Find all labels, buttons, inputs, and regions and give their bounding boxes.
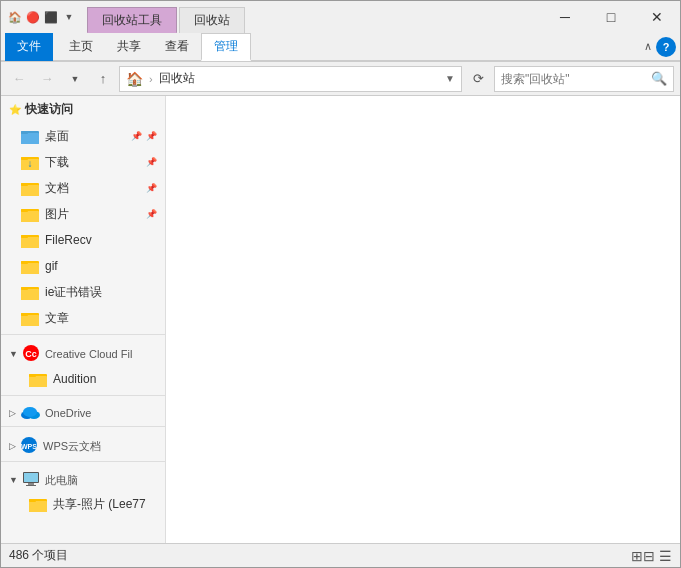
divider1 — [1, 334, 165, 335]
quick-access-header[interactable]: ⭐ 快速访问 — [1, 96, 165, 123]
back-button[interactable]: ← — [7, 67, 31, 91]
svg-rect-2 — [21, 131, 28, 134]
refresh-button[interactable]: ⟳ — [466, 67, 490, 91]
folder-yellow-icon4 — [21, 309, 39, 327]
search-input[interactable] — [501, 72, 647, 86]
tab-recycle-tools[interactable]: 回收站工具 — [87, 7, 177, 33]
svg-rect-14 — [21, 237, 39, 248]
sidebar-label: gif — [45, 259, 58, 273]
quick-access-chevron-icon: ⭐ — [9, 104, 21, 115]
recent-button[interactable]: ▼ — [63, 67, 87, 91]
sidebar-item-filerecv[interactable]: FileRecv — [1, 227, 165, 253]
folder-blue-icon — [21, 127, 39, 145]
share-folder-icon — [29, 495, 47, 513]
sidebar-item-articles[interactable]: 文章 — [1, 305, 165, 331]
svg-rect-37 — [28, 483, 34, 485]
forward-button[interactable]: → — [35, 67, 59, 91]
sidebar-label: 桌面 — [45, 128, 69, 145]
address-field[interactable]: 🏠 › 回收站 ▼ — [119, 66, 462, 92]
ribbon-tab-home[interactable]: 主页 — [57, 33, 105, 61]
ribbon-tab-view[interactable]: 查看 — [153, 33, 201, 61]
sidebar-label: FileRecv — [45, 233, 92, 247]
folder-yellow-icon2 — [21, 257, 39, 275]
sidebar-item-images[interactable]: 图片 📌 — [1, 201, 165, 227]
sidebar-item-gif[interactable]: gif — [1, 253, 165, 279]
sidebar: ⭐ 快速访问 桌面 📌 — [1, 96, 166, 543]
svg-rect-9 — [21, 183, 28, 186]
svg-rect-40 — [29, 501, 47, 512]
sidebar-group-pc[interactable]: ▼ 此电脑 — [1, 465, 165, 491]
search-icon[interactable]: 🔍 — [651, 71, 667, 86]
svg-rect-1 — [21, 133, 39, 144]
folder-yellow-icon — [21, 231, 39, 249]
svg-rect-17 — [21, 263, 39, 274]
sidebar-label: 图片 — [45, 206, 69, 223]
sidebar-item-ie[interactable]: ie证书错误 — [1, 279, 165, 305]
svg-point-32 — [23, 407, 37, 417]
wps-expand-icon: ▷ — [9, 441, 16, 451]
grid-view-button[interactable]: ⊞⊟ — [631, 548, 655, 564]
status-bar: 486 个项目 ⊞⊟ ☰ — [1, 543, 680, 567]
list-view-button[interactable]: ☰ — [659, 548, 672, 564]
close-button[interactable]: ✕ — [634, 1, 680, 33]
file-area[interactable] — [166, 96, 680, 543]
svg-text:↓: ↓ — [28, 158, 33, 169]
help-icon[interactable]: ? — [656, 37, 676, 57]
sidebar-item-shared-photos[interactable]: 共享-照片 (Lee77 — [1, 491, 165, 517]
svg-rect-28 — [29, 376, 47, 387]
dropdown-icon[interactable]: ▼ — [61, 9, 77, 25]
docs-icon — [21, 179, 39, 197]
ribbon-tab-manage[interactable]: 管理 — [201, 33, 251, 61]
onedrive-label: OneDrive — [45, 407, 91, 419]
up-button[interactable]: ↑ — [91, 67, 115, 91]
svg-text:WPS: WPS — [21, 443, 37, 450]
shared-photos-label: 共享-照片 (Lee77 — [53, 496, 146, 513]
svg-rect-18 — [21, 261, 28, 264]
onedrive-expand-icon: ▷ — [9, 408, 16, 418]
title-bar: 🏠 🔴 ⬛ ▼ 回收站工具 回收站 ─ □ ✕ — [1, 1, 680, 33]
sidebar-group-cc[interactable]: ▼ Cc Creative Cloud Fil — [1, 338, 165, 366]
ribbon-chevron-icon[interactable]: ∧ — [644, 40, 652, 53]
cc-expand-icon: ▼ — [9, 349, 18, 359]
minimize-button[interactable]: ─ — [542, 1, 588, 33]
svg-rect-15 — [21, 235, 28, 238]
sidebar-item-desktop[interactable]: 桌面 📌 — [1, 123, 165, 149]
sidebar-item-download[interactable]: ↓ 下载 📌 — [1, 149, 165, 175]
sidebar-group-onedrive[interactable]: ▷ OneDrive — [1, 399, 165, 423]
tab-recycle[interactable]: 回收站 — [179, 7, 245, 33]
svg-rect-21 — [21, 287, 28, 290]
ribbon-tab-share[interactable]: 共享 — [105, 33, 153, 61]
pc-expand-icon: ▼ — [9, 475, 18, 485]
sidebar-label: ie证书错误 — [45, 284, 102, 301]
svg-rect-23 — [21, 315, 39, 326]
sidebar-label: 文章 — [45, 310, 69, 327]
address-separator: › — [149, 73, 153, 85]
svg-rect-38 — [26, 485, 36, 486]
sidebar-item-docs[interactable]: 文档 📌 — [1, 175, 165, 201]
svg-rect-8 — [21, 185, 39, 196]
svg-text:Cc: Cc — [25, 349, 37, 359]
ribbon: 文件 主页 共享 查看 管理 ∧ ? — [1, 33, 680, 62]
sidebar-item-audition[interactable]: Audition — [1, 366, 165, 392]
address-dropdown-icon[interactable]: ▼ — [445, 73, 455, 84]
sidebar-group-wps[interactable]: ▷ WPS WPS云文档 — [1, 430, 165, 458]
images-icon — [21, 205, 39, 223]
pin-icon: 📌 — [146, 183, 157, 193]
sidebar-group-cc-label: Creative Cloud Fil — [45, 348, 132, 360]
ribbon-right: ∧ ? — [644, 37, 680, 57]
ribbon-tab-file[interactable]: 文件 — [5, 33, 53, 61]
save-icon: 🔴 — [25, 9, 41, 25]
svg-rect-36 — [24, 473, 38, 482]
home-address-icon: 🏠 — [126, 71, 143, 87]
svg-rect-11 — [21, 211, 39, 222]
window-icon: 🏠 — [7, 9, 23, 25]
folder-audition-icon — [29, 370, 47, 388]
view-buttons: ⊞⊟ ☰ — [631, 548, 672, 564]
maximize-button[interactable]: □ — [588, 1, 634, 33]
search-field[interactable]: 🔍 — [494, 66, 674, 92]
svg-rect-12 — [21, 209, 28, 212]
download-icon: ↓ — [21, 153, 39, 171]
wps-label: WPS云文档 — [43, 439, 101, 454]
sidebar-label: 下载 — [45, 154, 69, 171]
status-text: 486 个项目 — [9, 547, 68, 564]
